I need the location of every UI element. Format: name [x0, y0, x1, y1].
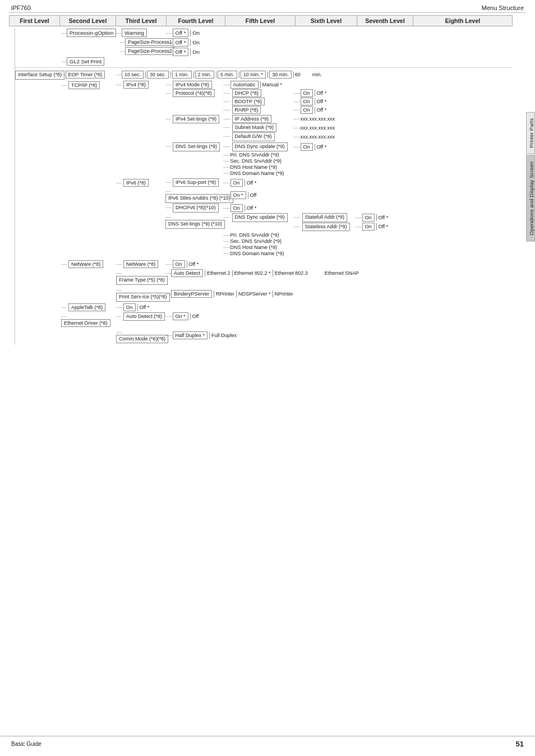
appletalk-off: Off * [140, 305, 150, 310]
gw-val: xxx.xxx.xxx.xxx [301, 134, 335, 140]
dhcp-off-label: Off * [317, 90, 327, 96]
interface-setup-node: Interface Setup (*8) [15, 71, 64, 80]
ipv4mode-node: IPv4 Mode (*8) [173, 81, 212, 89]
manual-label: Manual * [262, 82, 283, 87]
eop-10min: 10 min. * [241, 71, 266, 79]
dns-dync-off: Off * [317, 144, 327, 150]
stateful-node: Statefull Addr (*9) [302, 213, 348, 222]
ipv6stless-off: Off [250, 192, 257, 198]
interface-eop-row: Interface Setup (*8) ··· EOP Timer (*8) … [15, 70, 513, 80]
netware-on: On [173, 260, 185, 268]
eop-5min: 5 min. [218, 71, 237, 79]
ipaddr-val: xxx.xxx.xxx.xxx [301, 116, 335, 122]
bootp-node: BOOTP (*8) [232, 98, 265, 105]
netware-row: ···· NetWare (*8) ···· NetWare (*8) ····… [15, 260, 513, 268]
eth8023-label: Ethernet 802.3 [275, 270, 308, 276]
ipv4settings-node: IPv4 Set-tings (*9) [173, 115, 219, 124]
ipv6support-node: IPv6 Sup-port (*8) [173, 178, 219, 187]
page-number: 51 [516, 740, 524, 748]
col-header-1: First Level [10, 16, 60, 26]
stateless-off: Off * [379, 224, 389, 229]
page-header: iPF760 Menu Structure [0, 0, 535, 13]
col-header-4: Fourth Level [167, 16, 225, 26]
sec-dns-node: Sec. DNS SrvAddr (*9) [230, 158, 282, 164]
pri-dns-node: Pri. DNS SrvAddr (*9) [230, 152, 279, 158]
stateful-off: Off * [379, 215, 389, 220]
ipv6support-on: On [230, 179, 243, 187]
dns-dync-node: DNS Dync update (*9) [232, 142, 288, 151]
gl2-set-print-node: GL2 Set Print [67, 57, 104, 66]
bootp-on-node: On [301, 98, 313, 105]
dnssettings-node: DNS Set-tings (*9) [173, 142, 220, 151]
rprinter-label: RPrinter [216, 291, 234, 297]
col-header-5: Fifth Level [225, 16, 296, 26]
warning-on-label: On [192, 30, 200, 36]
ipv6stless-onstar: On * [230, 191, 246, 199]
main-content: First Level Second Level Third Level Fou… [0, 13, 535, 378]
dns-host-node: DNS Host Name (*9) [230, 164, 278, 170]
dhcpv6-off: Off * [247, 205, 257, 211]
page-footer: Basic Guide 51 [0, 736, 535, 752]
rarp-node: RARP (*8) [232, 106, 261, 114]
stateless-on: On [362, 223, 375, 231]
processing-option-group: ···· Processin-gOption ···· Warning ····… [15, 29, 513, 56]
auto-detect-eth-node: Auto Detect (*8) [123, 312, 165, 321]
print-service-node: Print Serv-ice (*5)(*8) [116, 293, 170, 302]
dns-host-v6: DNS Host Name (*9) [230, 245, 278, 250]
psize1-off-node: Off * [173, 38, 189, 47]
dhcp-node: DHCP (*8) [232, 89, 261, 97]
netware-off: Off * [189, 261, 199, 267]
rarp-on-node: On [301, 106, 313, 114]
col-header-2: Second Level [60, 16, 116, 26]
rarp-off-label: Off * [317, 107, 327, 113]
netware-node: NetWare (*8) [68, 260, 103, 268]
dns-v6-node: DNS Set-tings (*9) (*10) [165, 220, 225, 229]
psize2-on-label: On [192, 49, 200, 55]
stateless-node: Stateless Addr (*9) [302, 223, 350, 232]
gl2-set-print-row: ···· GL2 Set Print [15, 57, 513, 66]
footer-left: Basic Guide [11, 741, 41, 747]
eop-timer-node: EOP Timer (*8) [66, 71, 105, 79]
eth8022-label: Ethernet 802.2 * [234, 270, 271, 276]
subnet-node: Subnet Mask (*9) [232, 123, 277, 132]
header-right: Menu Structure [482, 4, 524, 11]
eth-off-label: Off [192, 314, 199, 319]
tcpip-node: TCP/IP (*8) [68, 81, 100, 89]
dns-dync-on: On [301, 143, 313, 151]
appletalk-row: ···· AppleTalk (*8) ····· On Off * [15, 303, 513, 311]
full-duplex-label: Full Duplex [211, 333, 237, 338]
psize2-off-node: Off * [173, 48, 189, 56]
warning-node: Warning [122, 29, 147, 37]
automatic-node: Automatic [230, 81, 259, 89]
warning-off-node: Off * [173, 29, 189, 37]
eop-1min: 1 min. [172, 71, 192, 79]
ipv6-node: IPv6 (*8) [123, 179, 149, 187]
eop-30sec: 30 sec. [147, 71, 169, 79]
comm-mode-node: Comm.Mode (*6)(*8) [116, 335, 168, 344]
eop-60: 60 [295, 72, 301, 77]
eth-onstar-node: On * [173, 312, 188, 320]
dhcpv6-node: DHCPv6 (*8)(*10) [173, 204, 219, 213]
ethernet-driver-row: ···· Ethernet Driver (*8) ···· Auto Dete… [15, 312, 513, 327]
eop-2min: 2 min. [195, 71, 215, 79]
dns-domain-v6: DNS Domain Name (*9) [230, 251, 284, 256]
ndsp-label: NDSPServer * [238, 291, 271, 297]
ethernet2-label: Ethernet 2 [207, 270, 230, 276]
frame-type-node: Frame Type (*5) (*8) [116, 276, 168, 285]
processing-option-node: Processin-gOption [67, 29, 116, 37]
eth-snap-label: Ethernet SNAP [325, 270, 359, 276]
ipv6support-off: Off * [247, 180, 257, 186]
ipaddr-node: IP Address (*9) [232, 115, 271, 123]
ipv4-node: IPv4 (*8) [123, 81, 149, 89]
protocol-node: Protocol (*4)(*8) [173, 89, 215, 97]
netware-val-node: NetWare (*8) [123, 260, 158, 268]
pri-dns-v6: Pri. DNS SrvAddr (*9) [230, 232, 279, 238]
tree-structure: ···· Processin-gOption ···· Warning ····… [9, 29, 513, 344]
ethernet-driver-node: Ethernet Driver (*8) [61, 319, 110, 327]
half-duplex-node: Half Duplex * [173, 331, 208, 339]
dhcp-on-node: On [301, 89, 313, 97]
print-service-row: ···· Print Serv-ice (*5)(*8) ···· Binder… [15, 286, 513, 302]
eop-10sec: 10 sec. [122, 71, 144, 79]
nprinter-label: NPrinter [275, 291, 293, 297]
column-headers: First Level Second Level Third Level Fou… [9, 15, 513, 26]
